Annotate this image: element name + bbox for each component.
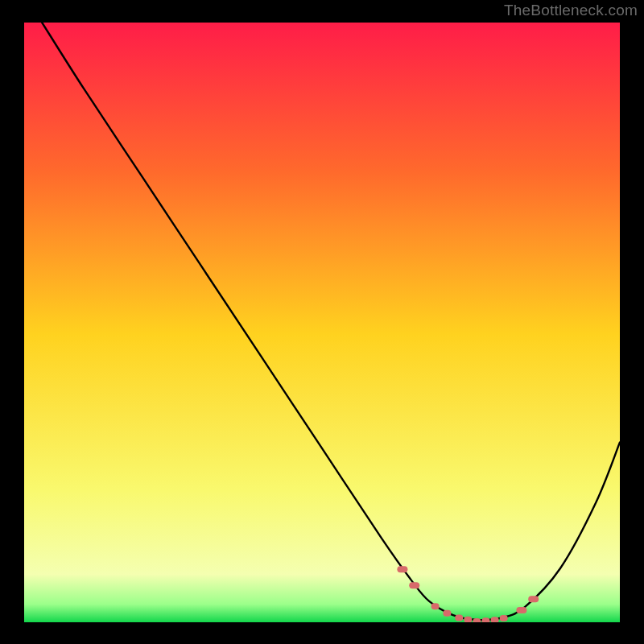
highlight-dot	[431, 603, 440, 609]
highlight-dot	[409, 582, 419, 588]
highlight-dot	[443, 610, 451, 617]
highlight-dot	[464, 617, 472, 622]
highlight-dot	[491, 617, 499, 622]
curve-line	[42, 23, 620, 620]
watermark-text: TheBottleneck.com	[504, 2, 638, 19]
plot-area	[24, 23, 620, 622]
chart-root: TheBottleneck.com	[0, 0, 644, 644]
plot-svg	[24, 23, 620, 622]
highlight-dot	[455, 615, 463, 621]
highlight-dot	[482, 617, 490, 622]
highlight-dot	[516, 607, 526, 613]
highlight-dots	[397, 566, 539, 622]
highlight-dot	[500, 615, 508, 621]
highlight-dot	[528, 596, 539, 602]
highlight-dot	[397, 566, 407, 572]
